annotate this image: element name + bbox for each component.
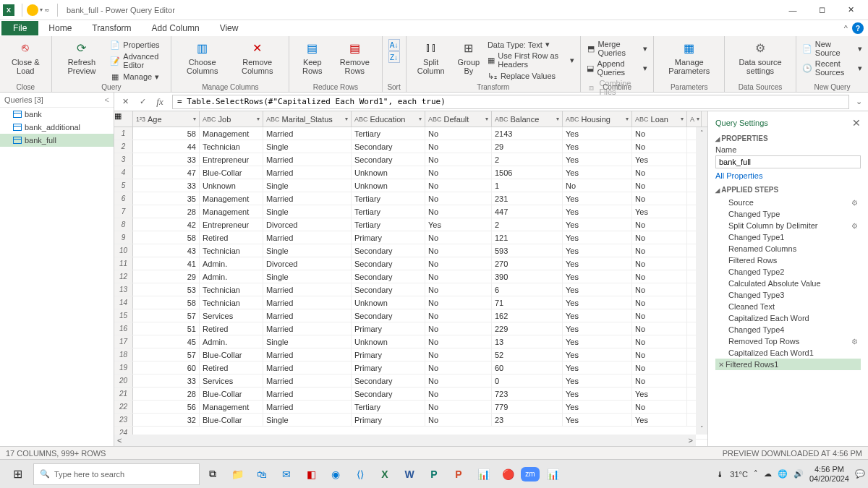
- cell[interactable]: Married: [263, 192, 352, 205]
- first-row-headers-button[interactable]: ▦Use First Row as Headers ▾: [486, 51, 576, 69]
- row-header[interactable]: 9: [114, 231, 133, 244]
- close-settings-icon[interactable]: ✕: [852, 117, 861, 129]
- cell[interactable]: No: [632, 335, 687, 348]
- task-view-icon[interactable]: ⧉: [201, 463, 224, 486]
- cell[interactable]: 33: [133, 179, 200, 192]
- cell[interactable]: Management: [200, 401, 263, 413]
- table-row[interactable]: 533UnknownSingleUnknownNo1NoNo: [114, 179, 707, 192]
- table-row[interactable]: 842EntrepreneurDivorcedTertiaryYes2YesNo: [114, 218, 707, 231]
- cell[interactable]: Primary: [352, 361, 425, 374]
- accept-formula-button[interactable]: ✓: [135, 95, 150, 109]
- row-header[interactable]: 11: [114, 257, 133, 270]
- cell[interactable]: Married: [263, 348, 352, 361]
- cell[interactable]: 51: [133, 322, 200, 335]
- cell[interactable]: Married: [263, 283, 352, 296]
- cell[interactable]: Yes: [563, 374, 632, 387]
- cell[interactable]: No: [425, 361, 492, 374]
- filter-dropdown-icon[interactable]: ▾: [419, 116, 422, 122]
- keep-rows-button[interactable]: ▤Keep Rows: [294, 38, 331, 77]
- applied-step[interactable]: Changed Type1: [715, 231, 861, 243]
- cell[interactable]: Secondary: [352, 270, 425, 283]
- table-row[interactable]: 635ManagementMarriedTertiaryNo231YesNo: [114, 192, 707, 205]
- filter-dropdown-icon[interactable]: ▾: [345, 116, 348, 122]
- applied-step[interactable]: Calculated Absolute Value: [715, 278, 861, 289]
- table-row[interactable]: 1651RetiredMarriedPrimaryNo229YesNo: [114, 322, 707, 335]
- cell[interactable]: 56: [133, 401, 200, 413]
- row-header[interactable]: 16: [114, 322, 133, 335]
- column-header-extra[interactable]: A▾: [687, 111, 702, 127]
- cell[interactable]: Blue-Collar: [200, 348, 263, 361]
- cell[interactable]: No: [425, 231, 492, 244]
- cell[interactable]: Services: [200, 374, 263, 387]
- cell[interactable]: 29: [133, 270, 200, 283]
- cell[interactable]: 2143: [492, 127, 563, 140]
- table-row[interactable]: 1557ServicesMarriedSecondaryNo162YesNo: [114, 309, 707, 322]
- table-row[interactable]: 2033ServicesMarriedSecondaryNo0YesNo: [114, 374, 707, 388]
- cell[interactable]: No: [632, 283, 687, 296]
- choose-columns-button[interactable]: ▥Choose Columns: [176, 38, 229, 77]
- cell[interactable]: Yes: [632, 414, 687, 426]
- cell[interactable]: Married: [263, 153, 352, 166]
- cell[interactable]: Yes: [563, 335, 632, 348]
- cell[interactable]: 1: [492, 179, 563, 192]
- cell[interactable]: Divorced: [263, 257, 352, 270]
- cancel-formula-button[interactable]: ✕: [117, 95, 133, 109]
- chrome-icon[interactable]: 🔴: [496, 463, 519, 486]
- cell[interactable]: Yes: [563, 322, 632, 335]
- cell[interactable]: 71: [492, 296, 563, 309]
- row-header[interactable]: 5: [114, 179, 133, 192]
- cell[interactable]: Yes: [563, 205, 632, 218]
- cell[interactable]: 2: [492, 218, 563, 231]
- cell[interactable]: No: [425, 166, 492, 179]
- cell[interactable]: No: [632, 270, 687, 283]
- cell[interactable]: Secondary: [352, 153, 425, 166]
- row-header[interactable]: 13: [114, 283, 133, 296]
- delete-step-icon[interactable]: ✕: [718, 361, 724, 369]
- group-by-button[interactable]: ⊞Group By: [453, 38, 485, 77]
- column-header[interactable]: ABCJob▾: [200, 111, 263, 127]
- cell[interactable]: No: [425, 179, 492, 192]
- excel-taskbar-icon[interactable]: X: [373, 463, 396, 486]
- options-icon[interactable]: [27, 4, 38, 16]
- cell[interactable]: 57: [133, 309, 200, 322]
- close-button[interactable]: ✕: [836, 1, 865, 20]
- cell[interactable]: Technician: [200, 244, 263, 257]
- applied-step[interactable]: Filtered Rows: [715, 254, 861, 266]
- system-tray[interactable]: 🌡31°C ˄ ☁ 🌐 🔊 4:56 PM04/20/2024 💬: [716, 465, 865, 482]
- cell[interactable]: Married: [263, 361, 352, 374]
- filter-dropdown-icon[interactable]: ▾: [681, 116, 684, 122]
- cell[interactable]: 35: [133, 192, 200, 205]
- cell[interactable]: Admin.: [200, 270, 263, 283]
- cell[interactable]: 593: [492, 244, 563, 257]
- cell[interactable]: Secondary: [352, 140, 425, 153]
- row-header[interactable]: 12: [114, 270, 133, 283]
- cell[interactable]: No: [632, 166, 687, 179]
- cell[interactable]: Yes: [563, 361, 632, 374]
- cell[interactable]: Services: [200, 309, 263, 322]
- collapse-ribbon-icon[interactable]: ^: [844, 24, 848, 33]
- cell[interactable]: Unknown: [352, 296, 425, 309]
- cell[interactable]: Married: [263, 309, 352, 322]
- step-gear-icon[interactable]: ⚙: [851, 222, 858, 230]
- cell[interactable]: 47: [133, 166, 200, 179]
- cell[interactable]: Tertiary: [352, 192, 425, 205]
- cell[interactable]: 229: [492, 322, 563, 335]
- cell[interactable]: Admin.: [200, 335, 263, 348]
- table-row[interactable]: 1857Blue-CollarMarriedPrimaryNo52YesNo: [114, 348, 707, 361]
- horizontal-scrollbar[interactable]: <>: [114, 435, 696, 446]
- cell[interactable]: 270: [492, 257, 563, 270]
- cell[interactable]: Yes: [563, 218, 632, 231]
- applied-step[interactable]: Changed Type2: [715, 266, 861, 278]
- row-header[interactable]: 19: [114, 361, 133, 374]
- cell[interactable]: 52: [492, 348, 563, 361]
- recent-sources-button[interactable]: 🕒Recent Sources ▾: [801, 59, 864, 77]
- cell[interactable]: No: [632, 361, 687, 374]
- cell[interactable]: Divorced: [263, 218, 352, 231]
- row-header[interactable]: 2: [114, 140, 133, 153]
- row-header[interactable]: 21: [114, 388, 133, 400]
- cell[interactable]: 447: [492, 205, 563, 218]
- cell[interactable]: Married: [263, 166, 352, 179]
- cell[interactable]: No: [425, 244, 492, 257]
- applied-step[interactable]: Source⚙: [715, 197, 861, 208]
- cell[interactable]: No: [632, 218, 687, 231]
